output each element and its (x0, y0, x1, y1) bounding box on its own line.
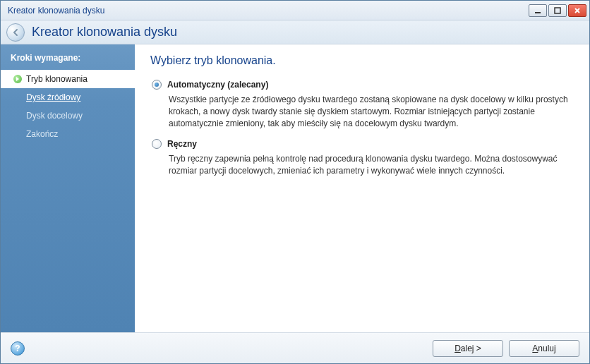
option-label: Automatyczny (zalecany) (167, 80, 268, 90)
page-title: Wybierz tryb klonowania. (150, 54, 574, 67)
wizard-window: Kreator klonowania dysku Kreator klonowa… (0, 0, 590, 364)
close-button[interactable] (568, 4, 586, 17)
radio-icon[interactable] (152, 139, 162, 149)
body: Kroki wymagane: Tryb klonowania Dysk źró… (1, 44, 589, 332)
back-button[interactable] (6, 23, 25, 42)
step-source-disk[interactable]: Dysk źródłowy (1, 88, 135, 107)
btn-rest: nuluj (538, 344, 555, 353)
cancel-button[interactable]: Anuluj (509, 340, 579, 357)
step-target-disk: Dysk docelowy (1, 107, 135, 125)
arrow-icon (13, 75, 22, 83)
step-label: Dysk źródłowy (26, 92, 80, 102)
minimize-button[interactable] (529, 4, 547, 17)
option-description: Tryb ręczny zapewnia pełną kontrolę nad … (152, 153, 574, 177)
window-controls (529, 4, 586, 17)
step-label: Zakończ (26, 129, 58, 139)
content: Wybierz tryb klonowania. Automatyczny (z… (135, 44, 589, 332)
option-label: Ręczny (167, 139, 197, 149)
sidebar-heading: Kroki wymagane: (1, 50, 135, 70)
maximize-button[interactable] (548, 4, 567, 17)
option-manual[interactable]: Ręczny Tryb ręczny zapewnia pełną kontro… (150, 139, 574, 177)
step-finish: Zakończ (1, 125, 135, 143)
footer: ? Dalej > Anuluj (1, 332, 589, 363)
step-cloning-mode[interactable]: Tryb klonowania (1, 70, 135, 88)
option-head: Ręczny (152, 139, 574, 149)
header: Kreator klonowania dysku (1, 20, 589, 44)
option-head: Automatyczny (zalecany) (152, 80, 574, 90)
hotkey: D (454, 344, 461, 353)
radio-icon[interactable] (152, 80, 162, 90)
svg-rect-0 (535, 12, 541, 13)
step-label: Dysk docelowy (26, 111, 83, 121)
help-icon[interactable]: ? (11, 341, 25, 356)
titlebar: Kreator klonowania dysku (1, 1, 589, 20)
sidebar: Kroki wymagane: Tryb klonowania Dysk źró… (1, 44, 135, 332)
window-title: Kreator klonowania dysku (8, 6, 529, 16)
btn-rest: alej > (461, 344, 481, 353)
option-automatic[interactable]: Automatyczny (zalecany) Wszystkie partyc… (150, 80, 574, 129)
step-label: Tryb klonowania (26, 74, 88, 84)
option-description: Wszystkie partycje ze źródłowego dysku t… (152, 94, 574, 129)
next-button[interactable]: Dalej > (433, 340, 503, 357)
svg-rect-1 (555, 8, 560, 13)
header-title: Kreator klonowania dysku (32, 25, 177, 40)
